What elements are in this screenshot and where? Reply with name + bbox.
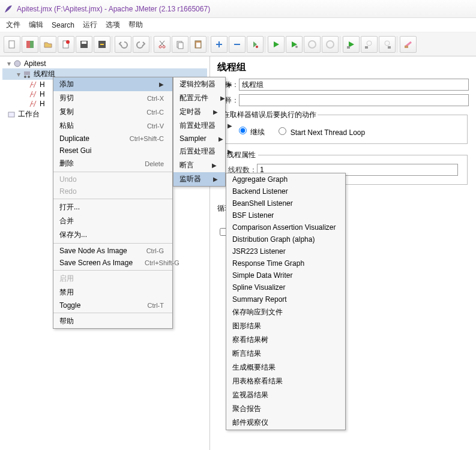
ctx-listener-item-7[interactable]: Response Time Graph — [226, 257, 345, 269]
expand-button[interactable] — [211, 36, 227, 53]
ctx-main-item-19[interactable]: 禁用 — [53, 286, 172, 299]
undo-button[interactable] — [115, 36, 131, 53]
workbench-icon — [7, 110, 16, 119]
remote-stop-button[interactable] — [361, 36, 378, 53]
ctx-listener-item-3[interactable]: BSF Listener — [226, 209, 345, 221]
remote-shutdown-button[interactable] — [379, 36, 396, 53]
ctx-listener-item-4[interactable]: Comparison Assertion Visualizer — [226, 221, 345, 233]
svg-point-24 — [14, 61, 20, 67]
menu-edit[interactable]: 编辑 — [29, 20, 43, 30]
ctx-main-item-18: 启用 — [53, 272, 172, 286]
ctx-add-item-7[interactable]: 监听器▶ — [173, 172, 225, 186]
svg-point-15 — [295, 46, 298, 48]
ctx-main-item-12[interactable]: 合并 — [53, 214, 172, 228]
redo-button[interactable] — [133, 36, 149, 53]
radio-continue[interactable]: 继续 — [236, 125, 265, 137]
ctx-listener-item-8[interactable]: Simple Data Writer — [226, 269, 345, 281]
ctx-listener-item-6[interactable]: JSR223 Listener — [226, 245, 345, 257]
svg-rect-20 — [365, 46, 368, 49]
svg-point-9 — [163, 46, 165, 48]
start-button[interactable] — [268, 36, 285, 53]
paste-button[interactable] — [190, 36, 206, 53]
ctx-add-item-6[interactable]: 断言▶ — [173, 158, 225, 172]
collapse-button[interactable] — [229, 36, 246, 53]
svg-rect-1 — [26, 41, 30, 48]
ctx-add-item-1[interactable]: 配置元件▶ — [173, 91, 225, 105]
ctx-main-item-15[interactable]: Save Node As ImageCtrl-G — [53, 245, 172, 257]
copy-button[interactable] — [172, 36, 188, 53]
svg-point-17 — [327, 41, 334, 48]
ctx-main-item-0[interactable]: 添加▶ — [53, 77, 172, 91]
ctx-listener-item-17[interactable]: 监视器结果 — [226, 388, 345, 402]
ctx-listener-item-5[interactable]: Distribution Graph (alpha) — [226, 233, 345, 245]
clear-button[interactable] — [400, 36, 417, 53]
tree-workbench-label: 工作台 — [18, 109, 40, 119]
ctx-add-item-4[interactable]: Sampler▶ — [173, 133, 225, 145]
svg-rect-13 — [196, 43, 200, 47]
shutdown-button[interactable] — [322, 36, 339, 53]
cut-button[interactable] — [154, 36, 170, 53]
ctx-listener-item-15[interactable]: 生成概要结果 — [226, 361, 345, 374]
svg-rect-23 — [405, 46, 408, 48]
start-no-timers-button[interactable] — [286, 36, 303, 53]
ctx-main-item-4[interactable]: DuplicateCtrl+Shift-C — [53, 133, 172, 145]
svg-point-16 — [309, 41, 316, 48]
toggle-button[interactable] — [247, 36, 264, 53]
ctx-listener-item-11[interactable]: 保存响应到文件 — [226, 305, 345, 319]
ctx-listener-item-9[interactable]: Spline Visualizer — [226, 281, 345, 293]
svg-point-26 — [24, 76, 26, 78]
ctx-main-item-6[interactable]: 删除Delete — [53, 157, 172, 170]
ctx-add-item-5[interactable]: 后置处理器▶ — [173, 145, 225, 158]
radio-start-next[interactable]: Start Next Thread Loop — [276, 125, 365, 137]
stop-button[interactable] — [304, 36, 321, 53]
templates-button[interactable] — [22, 36, 38, 53]
ctx-main-item-11[interactable]: 打开... — [53, 200, 172, 214]
svg-point-21 — [385, 41, 390, 46]
ctx-main-item-22[interactable]: 帮助 — [53, 314, 172, 328]
ctx-main-item-3[interactable]: 粘贴Ctrl-V — [53, 119, 172, 133]
ctx-main-item-1[interactable]: 剪切Ctrl-X — [53, 91, 172, 105]
menu-help[interactable]: 帮助 — [128, 20, 143, 30]
context-menu-add: 逻辑控制器▶配置元件▶定时器▶前置处理器▶Sampler▶后置处理器▶断言▶监听… — [173, 77, 226, 187]
ctx-add-item-3[interactable]: 前置处理器▶ — [173, 119, 225, 133]
menu-run[interactable]: 运行 — [83, 20, 97, 30]
window-title: Apitest.jmx (F:\Apitest.jmx) - Apache JM… — [17, 5, 210, 13]
tree-http1-label: H — [40, 80, 45, 89]
close-button[interactable] — [58, 36, 74, 53]
ctx-add-item-0[interactable]: 逻辑控制器▶ — [173, 77, 225, 91]
svg-rect-0 — [9, 41, 14, 48]
toolbar — [0, 32, 476, 56]
ctx-listener-item-12[interactable]: 图形结果 — [226, 319, 345, 333]
ctx-listener-item-16[interactable]: 用表格察看结果 — [226, 374, 345, 388]
ctx-listener-item-10[interactable]: Summary Report — [226, 293, 345, 305]
ctx-listener-item-19[interactable]: 邮件观察仪 — [226, 416, 345, 430]
ctx-add-item-2[interactable]: 定时器▶ — [173, 105, 225, 119]
name-input[interactable] — [239, 79, 469, 91]
save-as-button[interactable] — [94, 36, 110, 53]
new-button[interactable] — [4, 36, 20, 53]
tree-root[interactable]: ▾ Apitest — [2, 59, 207, 68]
tree-threadgroup-label: 线程组 — [34, 69, 55, 79]
ctx-listener-item-2[interactable]: BeanShell Listener — [226, 197, 345, 209]
menu-file[interactable]: 文件 — [6, 20, 20, 30]
ctx-listener-item-1[interactable]: Backend Listener — [226, 185, 345, 197]
open-button[interactable] — [40, 36, 56, 53]
ctx-main-item-16[interactable]: Save Screen As ImageCtrl+Shift-G — [53, 257, 172, 269]
remote-start-button[interactable] — [343, 36, 360, 53]
ctx-listener-item-14[interactable]: 断言结果 — [226, 347, 345, 361]
menu-options[interactable]: 选项 — [106, 20, 120, 30]
http-icon — [29, 100, 37, 108]
menu-search[interactable]: Search — [52, 21, 74, 29]
ctx-listener-item-13[interactable]: 察看结果树 — [226, 333, 345, 347]
ctx-main-item-5[interactable]: Reset Gui — [53, 145, 172, 157]
ctx-main-item-20[interactable]: ToggleCtrl-T — [53, 299, 172, 311]
ctx-main-item-2[interactable]: 复制Ctrl-C — [53, 105, 172, 119]
comment-input[interactable] — [239, 94, 469, 106]
ctx-main-item-13[interactable]: 保存为... — [53, 228, 172, 242]
ctx-listener-item-0[interactable]: Aggregate Graph — [226, 173, 345, 185]
save-button[interactable] — [76, 36, 92, 53]
tree-http3-label: H — [40, 100, 45, 108]
svg-point-4 — [66, 40, 70, 44]
ctx-listener-item-18[interactable]: 聚合报告 — [226, 402, 345, 416]
app-icon — [4, 4, 13, 14]
